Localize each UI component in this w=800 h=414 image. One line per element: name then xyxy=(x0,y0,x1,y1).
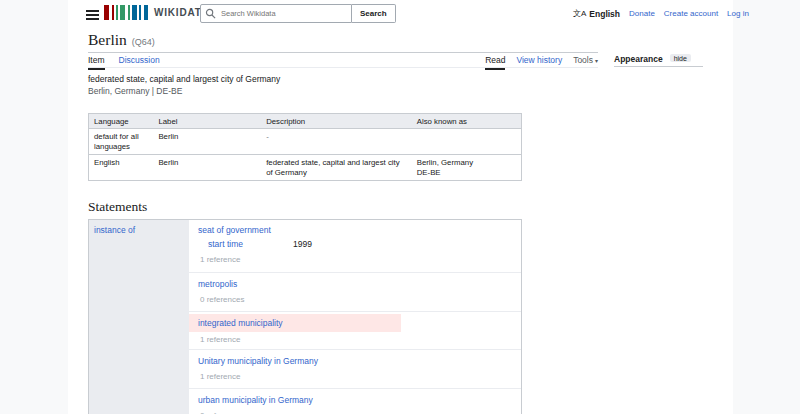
title-block: Berlin(Q64) xyxy=(88,31,598,53)
column-header-label: Label xyxy=(153,114,261,129)
terms-table: Language Label Description Also known as… xyxy=(88,113,522,181)
article-toolbar: Item Discussion Read View history Tools▾ xyxy=(88,55,598,68)
chevron-down-icon: ▾ xyxy=(595,58,598,64)
claim-value-link[interactable]: integrated municipality xyxy=(198,318,283,329)
appearance-hide-button[interactable]: hide xyxy=(670,54,691,62)
highlight-band: integrated municipality xyxy=(189,314,401,332)
statements-group: instance of seat of government start tim… xyxy=(88,219,522,414)
column-header-also-known-as: Also known as xyxy=(412,114,522,129)
tab-read[interactable]: Read xyxy=(485,55,505,70)
tab-tools[interactable]: Tools▾ xyxy=(573,55,598,70)
tab-view-history[interactable]: View history xyxy=(516,55,562,70)
search-button[interactable]: Search xyxy=(352,4,396,23)
tab-item[interactable]: Item xyxy=(88,55,105,70)
language-label: English xyxy=(589,9,620,19)
search-input[interactable] xyxy=(200,4,352,23)
hamburger-menu-button[interactable] xyxy=(84,6,102,20)
statement-claim: metropolis 0 references xyxy=(189,272,521,311)
statement-claim: seat of government start time1999 1 refe… xyxy=(189,220,521,272)
statements-heading: Statements xyxy=(88,199,147,215)
cell-label: Berlin xyxy=(153,129,261,155)
claim-value-link[interactable]: urban municipality in Germany xyxy=(198,395,521,406)
references-toggle[interactable]: 1 reference xyxy=(200,334,521,345)
statement-property-column: instance of xyxy=(89,220,189,414)
right-margin xyxy=(733,0,800,414)
language-icon: 文A xyxy=(573,8,586,19)
user-menu: 文A English Donate Create account Log in xyxy=(573,8,749,19)
statement-claim: Unitary municipality in Germany 1 refere… xyxy=(189,349,521,388)
qualifier: start time1999 xyxy=(208,239,521,250)
references-toggle[interactable]: 0 references xyxy=(200,410,521,414)
entity-aliases: Berlin, Germany | DE-BE xyxy=(88,86,182,96)
cell-language: English xyxy=(89,155,154,181)
page-title: Berlin xyxy=(88,31,127,48)
wikidata-logo[interactable]: WIKIDATA xyxy=(104,5,209,20)
references-toggle[interactable]: 1 reference xyxy=(200,254,521,265)
cell-language: default for all languages xyxy=(89,129,154,155)
wikidata-logo-bars-icon xyxy=(104,5,148,20)
wikidata-page: WIKIDATA Search 文A English Donate Create… xyxy=(0,0,800,414)
claim-value-link[interactable]: metropolis xyxy=(198,279,521,290)
entity-id: (Q64) xyxy=(132,37,155,47)
column-header-language: Language xyxy=(89,114,154,129)
references-toggle[interactable]: 0 references xyxy=(200,294,521,305)
appearance-panel-header: Appearance hide xyxy=(614,54,703,67)
cell-label: Berlin xyxy=(153,155,261,181)
cell-also-known-as xyxy=(412,129,522,155)
table-row: English Berlin federated state, capital … xyxy=(89,155,522,181)
language-selector[interactable]: 文A English xyxy=(573,8,620,19)
statement-claim: urban municipality in Germany 0 referenc… xyxy=(189,388,521,414)
cell-description: - xyxy=(261,129,412,155)
entity-description: federated state, capital and largest cit… xyxy=(88,74,280,84)
terms-table-header-row: Language Label Description Also known as xyxy=(89,114,522,129)
table-row: default for all languages Berlin - xyxy=(89,129,522,155)
search-icon xyxy=(205,8,216,21)
qualifier-property-link[interactable]: start time xyxy=(208,239,293,250)
left-margin xyxy=(0,0,68,414)
property-link-instance-of[interactable]: instance of xyxy=(94,225,135,235)
search-bar: Search xyxy=(200,4,396,23)
cell-also-known-as: Berlin, Germany DE-BE xyxy=(412,155,522,181)
appearance-heading: Appearance xyxy=(614,54,663,64)
cell-description: federated state, capital and largest cit… xyxy=(261,155,412,181)
qualifier-value: 1999 xyxy=(293,239,312,249)
claim-value-link[interactable]: seat of government xyxy=(198,225,521,236)
login-link[interactable]: Log in xyxy=(727,9,749,18)
statement-values-column: seat of government start time1999 1 refe… xyxy=(189,220,521,414)
donate-link[interactable]: Donate xyxy=(629,9,655,18)
references-toggle[interactable]: 1 reference xyxy=(200,371,521,382)
statement-claim-highlighted: integrated municipality 1 reference xyxy=(189,311,521,349)
claim-value-link[interactable]: Unitary municipality in Germany xyxy=(198,356,521,367)
create-account-link[interactable]: Create account xyxy=(664,9,718,18)
column-header-description: Description xyxy=(261,114,412,129)
tab-discussion[interactable]: Discussion xyxy=(119,55,160,70)
